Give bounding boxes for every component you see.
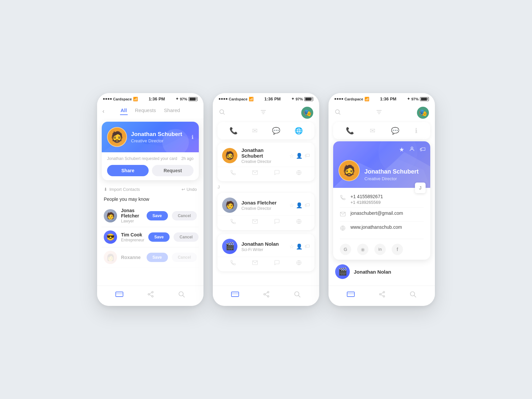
star-detail-icon[interactable]: ★ — [399, 146, 404, 154]
svg-point-31 — [335, 109, 339, 113]
linkedin-icon[interactable]: in — [374, 244, 386, 255]
filter-icon-2[interactable] — [260, 109, 267, 117]
detail-header: ★ 🏷 🧔 Jonathan Schubert Creative Directo… — [333, 141, 430, 188]
time-label-2: 1:36 PM — [264, 96, 281, 101]
cancel-button-tim[interactable]: Cancel — [174, 232, 199, 242]
svg-rect-43 — [347, 293, 354, 294]
list-item: 👩 Roxanne Save Cancel — [102, 247, 199, 268]
person-icon-nolan[interactable]: 👤 — [296, 243, 303, 250]
bottom-contact-name: Jonathan Nolan — [354, 269, 391, 275]
info-detail-icon[interactable]: ℹ — [415, 127, 418, 135]
detail-contact-title: Creative Director — [364, 176, 425, 181]
star-icon-schubert[interactable]: ☆ — [289, 153, 294, 159]
chat-icon-jonas[interactable] — [274, 218, 280, 226]
section-title: People you may know — [97, 195, 203, 204]
save-button-jonas[interactable]: Save — [147, 211, 168, 220]
request-button[interactable]: Request — [152, 165, 194, 176]
nav-search-icon-3[interactable] — [409, 291, 417, 300]
tag-detail-icon[interactable]: 🏷 — [420, 146, 426, 154]
person-icon-schubert[interactable]: 👤 — [296, 153, 303, 159]
back-button[interactable]: ‹ — [102, 107, 104, 114]
website-value: www.jonathanschub.com — [350, 224, 424, 230]
screens-container: Cardspace 📶 1:36 PM ✦ 97% ‹ All Requests… — [84, 73, 448, 326]
nav-share-icon[interactable] — [147, 291, 154, 300]
search-icon-2[interactable] — [219, 109, 225, 117]
email-icon-nolan[interactable] — [252, 260, 258, 267]
filter-icon-3[interactable] — [376, 109, 382, 117]
email-detail-icon[interactable]: ✉ — [370, 127, 375, 135]
web-icon-jonas[interactable] — [296, 218, 302, 226]
nav-card-icon[interactable] — [115, 291, 123, 300]
email-quick-icon[interactable]: ✉ — [252, 127, 258, 135]
person-role-tim: Entrepreneur — [121, 238, 144, 242]
phone-icon-schubert[interactable] — [230, 170, 236, 177]
cancel-button-roxanne[interactable]: Cancel — [172, 253, 197, 262]
svg-line-47 — [381, 293, 383, 294]
status-bar-2: Cardspace 📶 1:36 PM ✦ 97% — [213, 93, 319, 103]
save-button-tim[interactable]: Save — [148, 232, 170, 242]
chat-icon-schubert[interactable] — [274, 170, 280, 177]
undo-label[interactable]: Undo — [187, 187, 197, 192]
request-text: Jonathan Schubert requested your card — [107, 156, 177, 161]
nav-share-icon-3[interactable] — [378, 291, 386, 300]
svg-line-32 — [339, 113, 340, 114]
tab-shared[interactable]: Shared — [163, 106, 181, 115]
person-icon-jonas[interactable]: 👤 — [296, 202, 303, 208]
chat-icon-nolan[interactable] — [274, 260, 280, 267]
web-icon-schubert[interactable] — [296, 170, 302, 177]
facebook-icon[interactable]: f — [392, 244, 403, 255]
detail-avatar: 🧔 — [338, 160, 360, 181]
chat-quick-icon[interactable]: 💬 — [272, 127, 280, 135]
share-button[interactable]: Share — [107, 165, 149, 176]
wifi-icon-2: 📶 — [249, 97, 254, 101]
phone2-value: +1 4189265569 — [350, 200, 424, 205]
youtube-icon[interactable]: ◉ — [357, 244, 368, 255]
nav-card-icon-3[interactable] — [347, 291, 355, 300]
star-icon-jonas[interactable]: ☆ — [289, 202, 294, 208]
import-label[interactable]: Import Contacts — [109, 187, 140, 192]
cancel-button-jonas[interactable]: Cancel — [172, 211, 197, 220]
nav-search-icon-2[interactable] — [294, 291, 301, 300]
nav-search-icon[interactable] — [178, 291, 185, 300]
email-icon-jonas[interactable] — [252, 218, 258, 226]
nav-card-icon-2[interactable] — [231, 291, 239, 300]
svg-point-46 — [383, 296, 385, 297]
search-icon-3[interactable] — [334, 109, 341, 117]
phone-row-icon — [340, 195, 346, 202]
request-meta: Jonathan Schubert requested your card 2h… — [107, 156, 194, 161]
svg-point-26 — [267, 296, 269, 297]
detail-row-email: jonaschubert@gmail.com — [340, 208, 424, 222]
contact-name-schubert: Jonathan Schubert — [241, 147, 285, 159]
phone-quick-icon[interactable]: 📞 — [229, 127, 238, 135]
web-quick-icon[interactable]: 🌐 — [295, 127, 303, 135]
svg-point-5 — [148, 294, 150, 295]
tab-requests[interactable]: Requests — [134, 106, 157, 115]
phone-detail-icon[interactable]: 📞 — [346, 127, 354, 135]
contact-role-nolan: Sci-Fi Writer — [241, 247, 285, 252]
email-icon-schubert[interactable] — [252, 170, 258, 177]
user-avatar-btn-3[interactable]: 🎭 — [417, 107, 429, 119]
tab-all[interactable]: All — [120, 106, 128, 115]
google-icon[interactable]: G — [340, 244, 351, 255]
status-bar-1: Cardspace 📶 1:36 PM ✦ 97% — [97, 93, 203, 103]
bottom-contact-preview[interactable]: 🎬 Jonathan Nolan — [329, 260, 435, 284]
tag-icon-jonas[interactable]: 🏷 — [305, 202, 310, 208]
nav-share-icon-2[interactable] — [263, 291, 270, 300]
status-bar-3: Cardspace 📶 1:36 PM ✦ 97% — [329, 93, 435, 103]
star-icon-nolan[interactable]: ☆ — [289, 243, 294, 250]
people-list: 🧑 Jonas Fletcher Lawyer Save Cancel 😎 Ti… — [97, 204, 203, 268]
person-detail-icon[interactable] — [409, 146, 415, 154]
svg-line-7 — [150, 293, 152, 294]
tag-icon-schubert[interactable]: 🏷 — [305, 153, 310, 159]
svg-rect-3 — [116, 293, 123, 294]
svg-line-48 — [381, 295, 383, 296]
user-avatar-btn-2[interactable]: 🎭 — [301, 107, 313, 119]
phone-icon-nolan[interactable] — [230, 260, 236, 267]
tag-icon-nolan[interactable]: 🏷 — [305, 243, 310, 249]
web-icon-nolan[interactable] — [296, 260, 302, 267]
svg-point-4 — [152, 291, 153, 293]
chat-detail-icon[interactable]: 💬 — [391, 127, 399, 135]
person-name-tim: Tim Cook — [121, 232, 144, 237]
save-button-roxanne[interactable]: Save — [147, 253, 168, 262]
phone-icon-jonas[interactable] — [230, 218, 236, 226]
